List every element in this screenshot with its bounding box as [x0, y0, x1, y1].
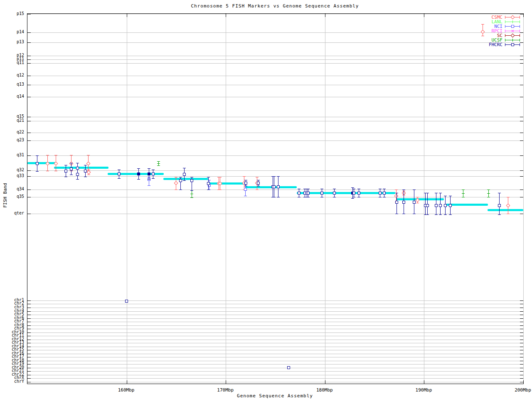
y-tick — [520, 170, 523, 171]
y-gridline — [27, 368, 523, 368]
error-bar-cap — [244, 180, 247, 180]
error-bar-cap — [76, 179, 79, 180]
y-tick — [27, 332, 31, 333]
y-tick-label: q14 — [0, 94, 24, 99]
y-tick — [27, 14, 31, 15]
data-point-fhcrc — [257, 182, 260, 185]
x-tick — [325, 14, 325, 17]
error-bar-cap — [413, 190, 416, 190]
legend-marker-csmc — [511, 15, 515, 20]
y-tick — [27, 343, 31, 343]
y-tick — [27, 300, 31, 301]
error-bar-cap — [277, 176, 280, 177]
y-tick-label: q32 — [0, 168, 24, 172]
error-bar-cap — [307, 189, 310, 189]
error-bar-cap — [76, 169, 79, 170]
data-point-fhcrc — [383, 192, 386, 195]
data-point-fhcrc — [183, 173, 186, 176]
legend-sample-cap — [520, 34, 520, 37]
y-tick — [27, 42, 31, 43]
y-tick — [520, 121, 523, 121]
error-bar — [440, 193, 441, 214]
data-point-fhcrc — [435, 204, 438, 207]
y-tick — [520, 332, 523, 333]
error-bar-cap — [395, 214, 398, 214]
error-bar-cap — [426, 193, 429, 193]
legend-sample-cap — [505, 30, 505, 32]
error-bar-cap — [70, 163, 73, 163]
y-tick — [27, 308, 31, 308]
error-bar — [427, 193, 428, 214]
y-gridline — [27, 304, 523, 304]
y-tick — [27, 76, 31, 76]
error-bar-cap — [395, 190, 398, 190]
y-tick — [27, 97, 31, 97]
y-tick — [27, 121, 31, 121]
error-bar-cap — [449, 196, 452, 196]
legend-sample-cap — [520, 20, 520, 23]
y-tick — [27, 59, 31, 60]
error-bar-cap — [175, 177, 177, 177]
y-gridline — [27, 14, 523, 15]
y-tick — [520, 375, 523, 375]
y-tick — [520, 304, 523, 304]
data-point-fhcrc — [190, 179, 193, 182]
x-tick — [127, 14, 127, 17]
error-bar-cap — [498, 214, 501, 215]
legend-sample — [505, 20, 520, 24]
legend-sample — [505, 38, 520, 42]
y-tick — [520, 214, 523, 214]
error-bar-cap — [357, 189, 360, 189]
fish-band-bar — [54, 167, 108, 169]
error-bar-cap — [84, 177, 87, 177]
y-tick-label: p13 — [0, 40, 24, 44]
data-point-fhcrc — [449, 204, 452, 207]
error-bar-cap — [190, 190, 193, 191]
y-tick — [520, 371, 523, 372]
y-tick — [27, 325, 31, 326]
x-tick-label: 190Mbp — [409, 387, 438, 393]
x-tick-label: 170Mbp — [211, 387, 240, 393]
error-bar — [499, 193, 500, 214]
y-gridline — [27, 375, 523, 375]
y-tick — [520, 59, 523, 60]
y-tick — [27, 176, 31, 177]
y-tick — [520, 311, 523, 312]
y-tick — [520, 357, 523, 357]
y-tick — [27, 197, 31, 197]
y-tick — [27, 315, 31, 315]
error-bar-cap — [54, 171, 57, 171]
y-tick — [27, 170, 31, 171]
y-tick — [27, 378, 31, 379]
y-gridline — [27, 343, 523, 343]
y-tick-label: q35 — [0, 195, 24, 199]
y-tick — [27, 140, 31, 141]
y-gridline — [27, 32, 523, 33]
y-gridline — [27, 340, 523, 340]
error-bar-cap — [402, 214, 405, 214]
error-bar-cap — [298, 189, 300, 189]
legend-marker-ucsf-stroke — [512, 39, 513, 42]
fish-band-bar — [27, 162, 56, 164]
error-bar-cap — [64, 165, 67, 165]
y-tick — [27, 336, 31, 336]
y-gridline — [27, 59, 523, 60]
chart-title: Chromosome 5 FISH Markers vs Genome Sequ… — [27, 3, 523, 9]
data-point-fhcrc — [76, 173, 79, 176]
error-bar-cap — [379, 189, 382, 189]
legend-sample-cap — [505, 34, 505, 37]
error-bar-cap — [357, 197, 360, 197]
y-tick — [27, 375, 31, 375]
y-gridline — [27, 97, 523, 97]
y-tick — [520, 361, 523, 361]
legend-marker-lanl — [511, 20, 514, 23]
data-point-csmc — [174, 181, 178, 185]
error-bar-cap — [54, 155, 57, 155]
error-bar-cap — [244, 196, 247, 196]
error-bar-cap — [244, 186, 247, 186]
y-tick-label: q31 — [0, 153, 24, 157]
y-tick — [27, 311, 31, 312]
error-bar-cap — [435, 214, 438, 215]
y-gridline — [27, 121, 523, 121]
error-bar-cap — [137, 168, 140, 169]
